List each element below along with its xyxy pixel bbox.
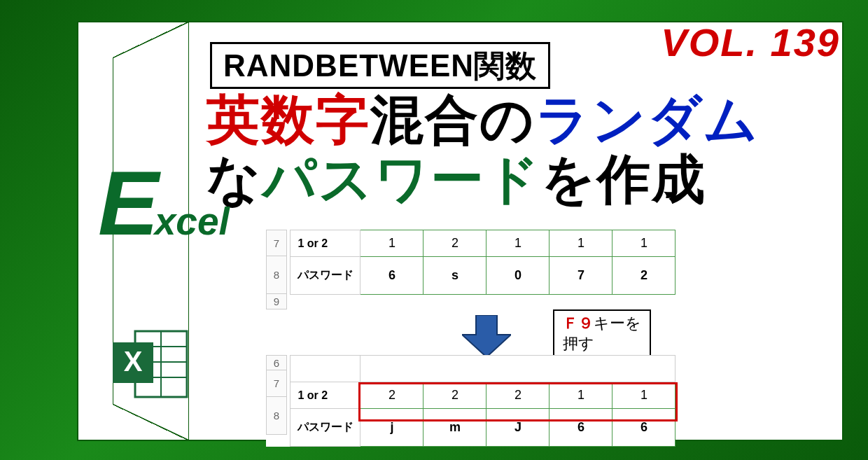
cell: 6 (360, 257, 424, 295)
excel-E: E (98, 152, 159, 254)
headline-part: を作成 (541, 149, 706, 209)
row-number: 8 (266, 397, 287, 435)
svg-text:X: X (124, 346, 143, 377)
row-number: 8 (266, 256, 287, 294)
headline: 英数字混合のランダム なパスワードを作成 (206, 90, 760, 209)
f9-text: 押す (563, 334, 641, 354)
headline-part: パスワード (262, 149, 541, 209)
headline-part: 英数字 (206, 90, 370, 149)
cell: 6 (550, 409, 612, 447)
function-name-box: RANDBETWEEN関数 (210, 42, 550, 89)
cell: 1 (550, 382, 612, 409)
f9-key-label: Ｆ９ (563, 314, 594, 332)
volume-label: VOL. 139 (661, 20, 840, 65)
cell: 1 (612, 382, 676, 409)
cell: 0 (486, 257, 550, 295)
cell: 2 (612, 257, 676, 295)
cell: 1 (612, 230, 676, 257)
row-numbers: 7 8 9 (266, 230, 287, 309)
headline-part: 混合の (370, 90, 536, 149)
grid-after: 1 or 2 2 2 2 1 1 パスワード j m J 6 6 (290, 355, 676, 447)
row-number: 9 (266, 294, 287, 309)
cell: 2 (424, 230, 486, 257)
cell: 2 (424, 382, 486, 409)
excel-xcel: xcel (155, 200, 230, 243)
cell: 2 (486, 382, 550, 409)
spreadsheet-after: 6 7 8 1 or 2 2 2 2 1 1 パスワード j m J 6 6 (266, 355, 676, 447)
row-number: 7 (266, 370, 287, 397)
spreadsheet-before: 7 8 9 1 or 2 1 2 1 1 1 パスワード 6 s 0 7 2 (266, 230, 676, 309)
cell: 1 (550, 230, 612, 257)
cell: 6 (612, 409, 676, 447)
f9-instruction: Ｆ９キーを 押す (553, 309, 651, 358)
excel-app-icon: X (108, 326, 192, 403)
row-label: 1 or 2 (290, 230, 360, 257)
cell: j (360, 409, 424, 447)
grid-before: 1 or 2 1 2 1 1 1 パスワード 6 s 0 7 2 (290, 230, 676, 295)
row-numbers: 6 7 8 (266, 355, 287, 435)
cell: 1 (360, 230, 424, 257)
cell: 7 (550, 257, 612, 295)
row-label: パスワード (290, 409, 360, 447)
f9-text: キーを (594, 314, 641, 332)
excel-wordmark: Excel (98, 158, 230, 249)
cell: 1 (486, 230, 550, 257)
cell: 2 (360, 382, 424, 409)
row-number: 7 (266, 230, 287, 256)
cell: J (486, 409, 550, 447)
arrow-down-icon (462, 315, 511, 360)
row-label: パスワード (290, 257, 360, 295)
row-label: 1 or 2 (290, 382, 360, 409)
cell: s (424, 257, 486, 295)
row-number: 6 (266, 355, 287, 370)
cell: m (424, 409, 486, 447)
headline-part: ランダム (536, 90, 760, 149)
svg-marker-7 (462, 315, 511, 357)
